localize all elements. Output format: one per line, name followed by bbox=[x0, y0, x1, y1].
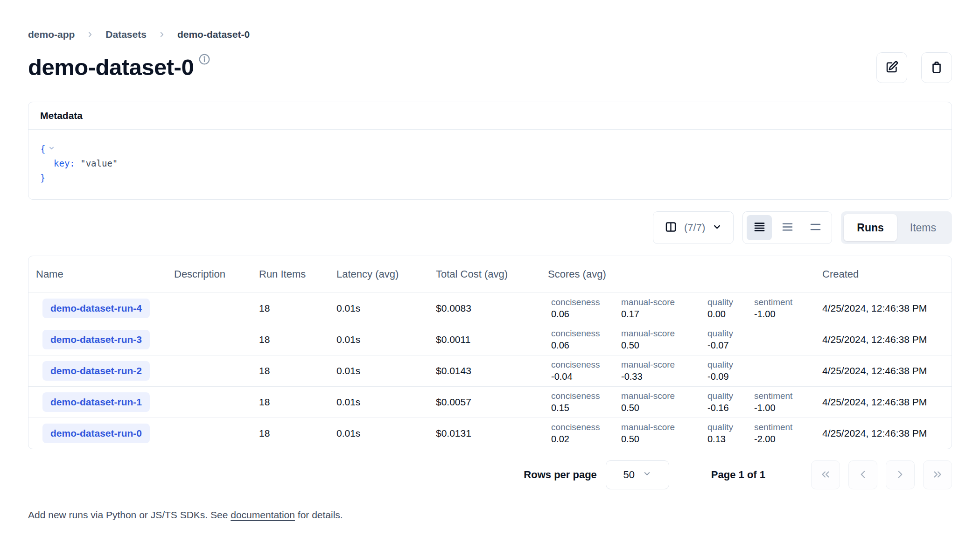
info-icon[interactable] bbox=[198, 53, 210, 67]
score-item: sentiment-1.00 bbox=[754, 391, 822, 413]
tab-items[interactable]: Items bbox=[897, 214, 949, 241]
table-row: demo-dataset-run-4 18 0.01s $0.0083 conc… bbox=[28, 292, 952, 324]
score-label: sentiment bbox=[754, 298, 822, 307]
column-header-name: Name bbox=[28, 268, 174, 280]
total-cost-cell: $0.0057 bbox=[436, 397, 548, 408]
json-open-brace: { bbox=[40, 144, 45, 154]
edit-dataset-button[interactable] bbox=[876, 52, 907, 83]
score-value: 0.17 bbox=[621, 309, 707, 319]
next-page-button[interactable] bbox=[886, 460, 915, 489]
score-item: manual-score-0.33 bbox=[621, 360, 707, 382]
score-item: manual-score0.50 bbox=[621, 329, 707, 350]
trash-icon bbox=[930, 60, 944, 76]
latency-cell: 0.01s bbox=[336, 303, 436, 314]
view-toggle: Runs Items bbox=[841, 211, 952, 244]
score-label: manual-score bbox=[621, 423, 707, 432]
score-item: conciseness0.02 bbox=[548, 423, 621, 444]
chevron-right-icon bbox=[894, 468, 906, 482]
breadcrumb-item-datasets[interactable]: Datasets bbox=[105, 29, 147, 40]
score-label: sentiment bbox=[754, 391, 822, 401]
score-label: quality bbox=[707, 298, 754, 307]
score-value: -0.07 bbox=[707, 340, 754, 350]
score-value: -0.16 bbox=[707, 403, 754, 413]
score-label: conciseness bbox=[551, 329, 621, 339]
last-page-button[interactable] bbox=[923, 460, 952, 489]
column-header-run-items: Run Items bbox=[259, 268, 336, 280]
score-item: sentiment-2.00 bbox=[754, 423, 822, 444]
row-height-large-button[interactable] bbox=[803, 215, 828, 240]
run-name-cell: demo-dataset-run-3 bbox=[28, 330, 174, 349]
chevron-right-icon bbox=[158, 30, 166, 39]
breadcrumb-item-dataset[interactable]: demo-dataset-0 bbox=[177, 29, 250, 40]
delete-dataset-button[interactable] bbox=[921, 52, 952, 83]
run-link[interactable]: demo-dataset-run-3 bbox=[42, 330, 150, 349]
run-name-cell: demo-dataset-run-1 bbox=[28, 392, 174, 412]
tab-runs[interactable]: Runs bbox=[844, 214, 897, 241]
scores-cell: conciseness0.06manual-score0.17quality0.… bbox=[548, 298, 822, 319]
score-item: conciseness0.06 bbox=[548, 329, 621, 350]
run-link[interactable]: demo-dataset-run-1 bbox=[42, 392, 150, 412]
metadata-card: Metadata { key: "value" } bbox=[28, 102, 952, 200]
total-cost-cell: $0.0011 bbox=[436, 334, 548, 345]
score-item: quality-0.07 bbox=[707, 329, 754, 350]
score-item: manual-score0.17 bbox=[621, 298, 707, 319]
hint-text-after: for details. bbox=[295, 509, 343, 520]
run-link[interactable]: demo-dataset-run-2 bbox=[42, 361, 150, 381]
column-header-latency: Latency (avg) bbox=[336, 268, 436, 280]
rows-per-page-label: Rows per page bbox=[524, 469, 596, 481]
scores-cell: conciseness0.02manual-score0.50quality0.… bbox=[548, 423, 822, 444]
json-close-brace: } bbox=[40, 173, 45, 183]
row-height-medium-button[interactable] bbox=[775, 215, 800, 240]
score-label: quality bbox=[707, 391, 754, 401]
score-value: 0.15 bbox=[551, 403, 621, 413]
score-label: conciseness bbox=[551, 423, 621, 432]
latency-cell: 0.01s bbox=[336, 397, 436, 408]
previous-page-button[interactable] bbox=[848, 460, 877, 489]
column-header-total-cost: Total Cost (avg) bbox=[436, 268, 548, 280]
title-row: demo-dataset-0 bbox=[28, 52, 952, 83]
run-name-cell: demo-dataset-run-0 bbox=[28, 424, 174, 443]
run-link[interactable]: demo-dataset-run-4 bbox=[42, 299, 150, 318]
table-body: demo-dataset-run-4 18 0.01s $0.0083 conc… bbox=[28, 292, 952, 449]
chevron-left-icon bbox=[857, 468, 869, 482]
metadata-card-title: Metadata bbox=[28, 102, 952, 130]
score-item: quality0.13 bbox=[707, 423, 754, 444]
collapse-caret-icon[interactable] bbox=[48, 141, 55, 156]
table-row: demo-dataset-run-2 18 0.01s $0.0143 conc… bbox=[28, 355, 952, 386]
first-page-button[interactable] bbox=[811, 460, 840, 489]
pager-buttons bbox=[811, 460, 952, 489]
score-label: manual-score bbox=[621, 298, 707, 307]
score-value: 0.00 bbox=[707, 309, 754, 319]
run-link[interactable]: demo-dataset-run-0 bbox=[42, 424, 150, 443]
score-item: quality0.00 bbox=[707, 298, 754, 319]
latency-cell: 0.01s bbox=[336, 334, 436, 345]
table-row: demo-dataset-run-3 18 0.01s $0.0011 conc… bbox=[28, 324, 952, 355]
score-label: manual-score bbox=[621, 360, 707, 370]
column-count-label: (7/7) bbox=[684, 222, 705, 234]
breadcrumb-item-project[interactable]: demo-app bbox=[28, 29, 75, 40]
run-items-cell: 18 bbox=[259, 365, 336, 376]
rows-per-page-select[interactable]: 50 bbox=[606, 460, 669, 489]
score-label: quality bbox=[707, 329, 754, 339]
chevron-right-icon bbox=[86, 30, 94, 39]
total-cost-cell: $0.0131 bbox=[436, 428, 548, 439]
row-height-medium-icon bbox=[781, 221, 794, 235]
table-header-row: Name Description Run Items Latency (avg)… bbox=[28, 256, 952, 292]
score-item: quality-0.09 bbox=[707, 360, 754, 382]
documentation-link[interactable]: documentation bbox=[231, 509, 295, 520]
score-label: quality bbox=[707, 360, 754, 370]
latency-cell: 0.01s bbox=[336, 428, 436, 439]
row-height-small-button[interactable] bbox=[747, 215, 772, 240]
scores-cell: conciseness0.15manual-score0.50quality-0… bbox=[548, 391, 822, 413]
table-row: demo-dataset-run-1 18 0.01s $0.0057 conc… bbox=[28, 386, 952, 418]
score-value: 0.50 bbox=[621, 340, 707, 350]
score-value: 0.06 bbox=[551, 309, 621, 319]
score-value: -0.04 bbox=[551, 371, 621, 382]
score-value: -2.00 bbox=[754, 434, 822, 444]
run-name-cell: demo-dataset-run-2 bbox=[28, 361, 174, 381]
breadcrumb: demo-app Datasets demo-dataset-0 bbox=[28, 0, 952, 40]
column-visibility-button[interactable]: (7/7) bbox=[653, 211, 734, 244]
total-cost-cell: $0.0083 bbox=[436, 303, 548, 314]
created-cell: 4/25/2024, 12:46:38 PM bbox=[822, 303, 952, 314]
row-height-large-icon bbox=[809, 221, 822, 235]
